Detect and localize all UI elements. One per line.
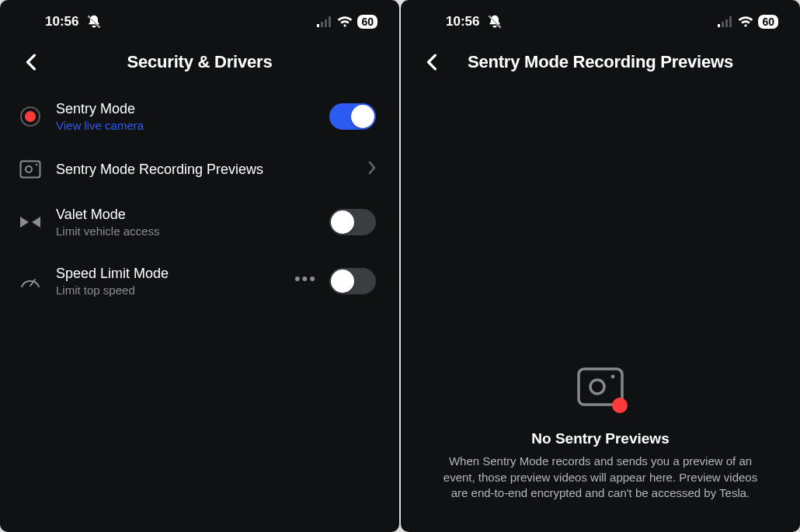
row-subtitle: Limit vehicle access — [56, 224, 315, 238]
page-title: Sentry Mode Recording Previews — [468, 52, 733, 72]
cellular-signal-icon — [718, 16, 733, 27]
more-options-button[interactable]: ••• — [294, 269, 317, 294]
svg-rect-4 — [325, 19, 327, 27]
row-valet-mode[interactable]: Valet Mode Limit vehicle access — [19, 207, 376, 238]
row-subtitle: Limit top speed — [56, 283, 280, 297]
page-title: Security & Drivers — [127, 52, 273, 72]
camera-sentry-icon — [576, 367, 624, 410]
camera-preview-icon — [19, 160, 42, 179]
svg-rect-13 — [722, 22, 724, 27]
header: Sentry Mode Recording Previews — [401, 39, 800, 85]
svg-point-17 — [590, 380, 604, 394]
svg-point-8 — [36, 164, 38, 166]
speed-limit-toggle[interactable] — [329, 268, 376, 294]
sentry-mode-toggle[interactable] — [329, 103, 376, 130]
screen-security-drivers: 10:56 60 Security & Drivers Sen — [0, 0, 399, 532]
cellular-signal-icon — [317, 16, 332, 27]
gauge-icon — [19, 273, 42, 290]
view-live-camera-link[interactable]: View live camera — [56, 119, 315, 132]
mute-icon — [86, 14, 102, 30]
settings-list: Sentry Mode View live camera Sentry Mode… — [0, 85, 399, 297]
row-sentry-mode[interactable]: Sentry Mode View live camera — [19, 101, 376, 132]
mute-icon — [487, 14, 503, 30]
valet-mode-toggle[interactable] — [329, 209, 376, 235]
battery-badge: 60 — [758, 15, 778, 30]
bowtie-icon — [19, 215, 42, 229]
battery-badge: 60 — [357, 15, 377, 30]
screen-sentry-previews: 10:56 60 Sentry Mode Recording Previews … — [401, 0, 800, 532]
empty-state: No Sentry Previews When Sentry Mode reco… — [401, 85, 800, 532]
svg-rect-15 — [729, 16, 732, 27]
wifi-icon — [738, 16, 753, 28]
sentry-record-icon — [19, 111, 42, 122]
row-title: Sentry Mode — [56, 101, 315, 117]
row-title: Valet Mode — [56, 207, 315, 223]
back-button[interactable] — [418, 48, 446, 76]
svg-rect-3 — [321, 22, 323, 27]
wifi-icon — [337, 16, 353, 28]
row-title: Sentry Mode Recording Previews — [56, 162, 354, 178]
empty-description: When Sentry Mode records and sends you a… — [440, 454, 761, 501]
row-sentry-previews[interactable]: Sentry Mode Recording Previews — [19, 160, 376, 179]
status-bar: 10:56 60 — [0, 0, 399, 34]
status-time: 10:56 — [45, 14, 78, 30]
chevron-right-icon — [368, 161, 376, 178]
empty-title: No Sentry Previews — [531, 430, 669, 447]
header: Security & Drivers — [0, 39, 399, 85]
svg-rect-5 — [329, 16, 331, 27]
back-button[interactable] — [17, 48, 45, 76]
status-bar: 10:56 60 — [401, 0, 800, 34]
svg-point-18 — [611, 375, 615, 379]
svg-rect-14 — [725, 19, 728, 27]
status-time: 10:56 — [446, 14, 479, 30]
svg-rect-12 — [718, 24, 720, 27]
row-speed-limit-mode[interactable]: Speed Limit Mode Limit top speed ••• — [19, 266, 376, 297]
svg-point-7 — [26, 166, 32, 172]
svg-rect-6 — [21, 162, 40, 178]
svg-rect-2 — [317, 24, 319, 27]
row-title: Speed Limit Mode — [56, 266, 280, 282]
